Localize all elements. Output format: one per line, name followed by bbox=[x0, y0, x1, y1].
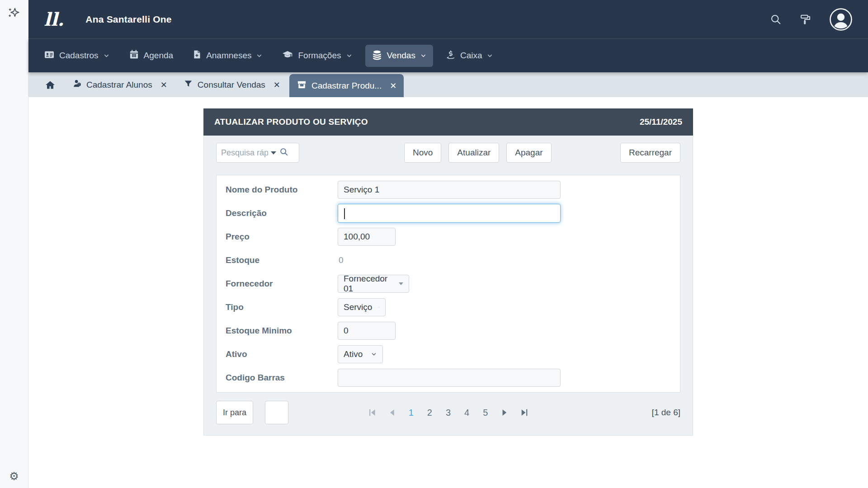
field-row-estoque-minimo: Estoque Minimo bbox=[217, 319, 680, 343]
field-row-descricao: Descrição bbox=[217, 202, 680, 225]
description-input[interactable] bbox=[338, 204, 561, 223]
funnel-icon bbox=[184, 79, 193, 91]
title-row: ll. Ana Santarelli One bbox=[28, 0, 868, 39]
nav-item-vendas[interactable]: Vendas bbox=[365, 45, 433, 67]
page-number-4[interactable]: 4 bbox=[462, 408, 471, 418]
field-label: Preço bbox=[226, 232, 338, 242]
field-label: Nome do Produto bbox=[226, 185, 338, 195]
tab-label: Cadastrar Alunos bbox=[86, 80, 152, 90]
chevron-down-icon bbox=[103, 52, 110, 59]
field-row-ativo: Ativo Ativo bbox=[217, 343, 680, 366]
nav-label: Cadastros bbox=[59, 51, 99, 61]
price-input[interactable] bbox=[338, 228, 396, 246]
file-plus-icon bbox=[192, 49, 202, 62]
gear-icon[interactable]: ⚙ bbox=[9, 471, 19, 482]
pager: 1 2 3 4 5 bbox=[367, 408, 530, 418]
page-number-5[interactable]: 5 bbox=[481, 408, 490, 418]
goto-page-button[interactable]: Ir para bbox=[216, 401, 253, 424]
paint-roller-icon[interactable] bbox=[799, 13, 812, 26]
stock-value: 0 bbox=[338, 255, 344, 265]
search-icon[interactable] bbox=[769, 13, 782, 26]
app-title: Ana Santarelli One bbox=[85, 14, 171, 25]
person-plus-icon bbox=[72, 78, 82, 91]
close-icon[interactable]: ✕ bbox=[390, 81, 396, 91]
graduation-cap-icon bbox=[282, 49, 293, 62]
tab-label: Cadastrar Produ... bbox=[311, 81, 382, 91]
tab-cadastrar-produto[interactable]: Cadastrar Produ... ✕ bbox=[289, 74, 404, 97]
page-range-label: [1 de 6] bbox=[652, 408, 680, 418]
last-page-icon[interactable] bbox=[519, 408, 529, 418]
pagination-footer: Ir para 1 2 3 4 5 bbox=[216, 401, 680, 424]
reload-button[interactable]: Recarregar bbox=[620, 143, 680, 163]
coins-icon bbox=[372, 49, 382, 62]
update-button[interactable]: Atualizar bbox=[448, 143, 499, 163]
field-row-tipo: Tipo Serviço bbox=[217, 296, 680, 319]
content-area: ATUALIZAR PRODUTO OU SERVIÇO 25/11/2025 bbox=[28, 97, 868, 488]
magnifier-icon[interactable] bbox=[279, 147, 289, 159]
active-select[interactable]: Ativo bbox=[338, 345, 383, 363]
page-number-2[interactable]: 2 bbox=[425, 408, 434, 418]
nav-label: Vendas bbox=[387, 51, 415, 61]
nav-item-cadastros[interactable]: Cadastros bbox=[38, 45, 116, 67]
type-value: Serviço bbox=[344, 302, 372, 312]
panel-header: ATUALIZAR PRODUTO OU SERVIÇO 25/11/2025 bbox=[203, 108, 693, 136]
nav-label: Caixa bbox=[460, 51, 482, 61]
new-button[interactable]: Novo bbox=[404, 143, 441, 163]
sparkle-icon[interactable] bbox=[7, 5, 21, 22]
toolbar: Novo Atualizar Apagar Recarregar bbox=[216, 143, 680, 163]
store-icon bbox=[297, 80, 307, 92]
type-select[interactable]: Serviço bbox=[338, 298, 386, 316]
first-page-icon[interactable] bbox=[367, 408, 377, 418]
home-icon[interactable] bbox=[38, 72, 63, 97]
chevron-down-icon bbox=[371, 351, 377, 357]
close-icon[interactable]: ✕ bbox=[274, 80, 280, 90]
main-nav: Cadastros Agenda bbox=[28, 39, 868, 72]
supplier-value: Fornecedor 01 bbox=[344, 274, 392, 294]
search-input[interactable] bbox=[221, 148, 268, 158]
field-label: Ativo bbox=[226, 349, 338, 359]
page-number-1[interactable]: 1 bbox=[407, 408, 415, 418]
dropdown-caret-icon bbox=[399, 282, 403, 285]
field-row-codigo-barras: Codigo Barras bbox=[217, 366, 680, 389]
calendar-icon bbox=[129, 49, 139, 62]
main-column: ll. Ana Santarelli One bbox=[28, 0, 868, 488]
nav-item-anamneses[interactable]: Anamneses bbox=[186, 45, 269, 66]
tab-cadastrar-alunos[interactable]: Cadastrar Alunos ✕ bbox=[65, 72, 175, 97]
prev-page-icon[interactable] bbox=[387, 408, 397, 418]
search-dropdown-caret-icon[interactable] bbox=[271, 151, 276, 155]
supplier-dropdown[interactable]: Fornecedor 01 bbox=[338, 275, 409, 293]
barcode-input[interactable] bbox=[338, 369, 561, 387]
field-row-preco: Preço bbox=[217, 225, 680, 249]
quick-search[interactable] bbox=[216, 143, 299, 163]
goto-page-input[interactable] bbox=[265, 401, 288, 424]
field-label: Tipo bbox=[226, 302, 338, 312]
delete-button[interactable]: Apagar bbox=[506, 143, 551, 163]
nav-label: Agenda bbox=[144, 51, 174, 61]
nav-label: Formações bbox=[298, 51, 341, 61]
product-name-input[interactable] bbox=[338, 181, 561, 199]
field-label: Fornecedor bbox=[226, 279, 338, 289]
field-label: Estoque Minimo bbox=[226, 326, 338, 336]
nav-label: Anamneses bbox=[206, 51, 251, 61]
panel-date: 25/11/2025 bbox=[640, 117, 682, 127]
avatar[interactable] bbox=[829, 8, 853, 31]
panel-body: Novo Atualizar Apagar Recarregar Nome do… bbox=[203, 136, 693, 436]
page-number-3[interactable]: 3 bbox=[444, 408, 453, 418]
product-panel: ATUALIZAR PRODUTO OU SERVIÇO 25/11/2025 bbox=[203, 108, 693, 436]
cash-icon bbox=[446, 49, 456, 62]
nav-item-formacoes[interactable]: Formações bbox=[275, 45, 359, 67]
min-stock-input[interactable] bbox=[338, 322, 396, 340]
product-fieldset: Nome do Produto Descrição bbox=[216, 175, 680, 393]
tab-strip: Cadastrar Alunos ✕ Consultar Vendas ✕ C bbox=[28, 72, 868, 97]
panel-title: ATUALIZAR PRODUTO OU SERVIÇO bbox=[214, 117, 368, 127]
left-rail: ⚙ bbox=[0, 0, 28, 488]
app-logo: ll. bbox=[44, 9, 64, 30]
chevron-down-icon bbox=[378, 304, 380, 310]
nav-item-caixa[interactable]: Caixa bbox=[439, 45, 500, 67]
text-cursor bbox=[344, 208, 345, 219]
close-icon[interactable]: ✕ bbox=[160, 80, 167, 90]
chevron-down-icon bbox=[256, 52, 263, 59]
nav-item-agenda[interactable]: Agenda bbox=[123, 45, 180, 66]
tab-consultar-vendas[interactable]: Consultar Vendas ✕ bbox=[176, 72, 288, 97]
next-page-icon[interactable] bbox=[500, 408, 509, 418]
